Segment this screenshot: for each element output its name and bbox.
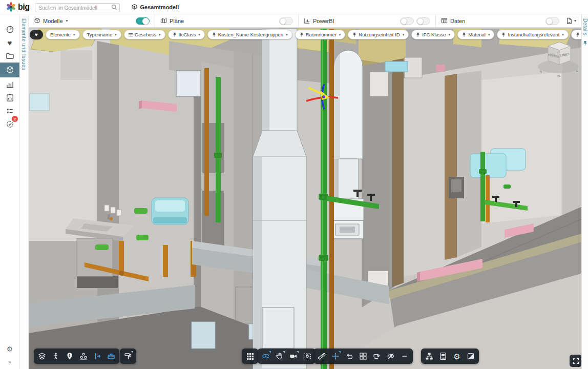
issue-pin-button[interactable] bbox=[63, 350, 76, 363]
walkthrough-button[interactable] bbox=[49, 350, 62, 363]
render-style-button[interactable] bbox=[464, 350, 477, 363]
grid-toolbar bbox=[242, 348, 258, 364]
filter-ifcclass[interactable]: IfcClass▾ bbox=[168, 30, 205, 39]
app-logo[interactable]: big bbox=[0, 2, 35, 12]
filter-kosten[interactable]: Kosten_Name Kostengruppen▾ bbox=[207, 30, 292, 39]
chevron-down-icon: ▾ bbox=[198, 33, 200, 37]
paint-roller-icon bbox=[124, 352, 132, 360]
folder-icon bbox=[6, 52, 14, 60]
powerbi-toggle-2[interactable] bbox=[416, 17, 430, 25]
left-sidebar: ♥ 2 ⚙ » bbox=[0, 14, 19, 369]
hide-button[interactable] bbox=[384, 350, 397, 363]
plaene-label[interactable]: Pläne bbox=[170, 18, 184, 24]
undo-button[interactable] bbox=[343, 350, 356, 363]
toolbox-button[interactable] bbox=[104, 350, 118, 363]
powerbi-toggle-1[interactable] bbox=[400, 17, 414, 25]
filter-favorite-button[interactable]: ♥ bbox=[30, 30, 43, 39]
camera-button[interactable] bbox=[287, 350, 300, 363]
layers-button[interactable] bbox=[35, 350, 49, 363]
bar-chart-icon bbox=[6, 80, 14, 89]
pan-hand-icon bbox=[276, 352, 284, 360]
global-search bbox=[35, 3, 120, 12]
chevron-down-icon: ▾ bbox=[159, 33, 161, 37]
filter-nutzungseinheit[interactable]: Nutzungseinheit ID▾ bbox=[348, 30, 409, 39]
filter-elemente[interactable]: Elemente▾ bbox=[46, 30, 80, 39]
filter-material[interactable]: Material▾ bbox=[457, 30, 494, 39]
model-viewport[interactable]: HINTEN LINKS N W S bbox=[0, 0, 588, 369]
camera-view-button[interactable] bbox=[370, 350, 384, 363]
filter-raumnummer[interactable]: Raumnummer▾ bbox=[295, 30, 346, 39]
chevron-down-icon: ▾ bbox=[115, 33, 117, 37]
properties-button[interactable] bbox=[436, 350, 450, 363]
snapshot-button[interactable] bbox=[301, 350, 314, 363]
section-plane-button[interactable] bbox=[91, 350, 104, 363]
transform-button[interactable] bbox=[329, 350, 342, 363]
quad-view-button[interactable] bbox=[356, 350, 370, 363]
sidebar-item-tasks[interactable] bbox=[0, 104, 19, 117]
filter-instandhaltung[interactable]: Instandhaltungsrelevant▾ bbox=[497, 30, 568, 39]
chart-frame-icon bbox=[304, 17, 310, 24]
checklist-icon bbox=[6, 107, 14, 115]
search-input[interactable] bbox=[35, 3, 120, 12]
tab-label: Gesamtmodell bbox=[140, 4, 179, 10]
chevron-down-icon: ▾ bbox=[286, 33, 288, 37]
gear-icon: ⚙ bbox=[453, 353, 460, 360]
snapshot-icon bbox=[303, 352, 311, 360]
sidebar-item-reports[interactable] bbox=[0, 91, 19, 104]
camera-icon bbox=[289, 352, 298, 360]
cube-icon bbox=[131, 4, 138, 10]
orbit-button[interactable] bbox=[259, 350, 272, 363]
tools-toolbar bbox=[313, 348, 413, 364]
pin-icon bbox=[300, 32, 304, 37]
section-daten: Daten ▾ bbox=[435, 14, 581, 27]
sidebar-item-dashboard[interactable] bbox=[0, 23, 19, 36]
pin-icon bbox=[173, 32, 177, 37]
modelle-dropdown[interactable]: Modelle bbox=[43, 18, 63, 24]
sidebar-item-favorites[interactable]: ♥ bbox=[0, 36, 19, 49]
powerbi-label[interactable]: PowerBI bbox=[313, 18, 334, 24]
paint-roller-button[interactable] bbox=[121, 350, 135, 363]
minimize-button[interactable] bbox=[398, 350, 411, 363]
sidebar-item-model-viewer[interactable] bbox=[0, 63, 19, 77]
pin-icon bbox=[352, 32, 356, 37]
export-button[interactable]: ▾ bbox=[566, 17, 576, 25]
chevron-down-icon: ▾ bbox=[488, 33, 490, 37]
modelle-toggle[interactable] bbox=[136, 17, 150, 25]
orbit-icon bbox=[262, 352, 270, 360]
undo-icon bbox=[345, 352, 353, 360]
filter-geschoss[interactable]: Geschoss▾ bbox=[124, 30, 165, 39]
hide-eye-icon bbox=[387, 352, 395, 360]
quad-view-icon bbox=[359, 352, 367, 360]
details-rail[interactable]: Details bbox=[581, 14, 588, 369]
heart-icon: ♥ bbox=[8, 39, 12, 47]
collapse-chevrons-icon[interactable]: » bbox=[8, 359, 11, 365]
filter-bar: ♥ Elemente▾ Typenname▾ Geschoss▾ IfcClas… bbox=[30, 30, 542, 39]
tab-gesamtmodell[interactable]: Gesamtmodell bbox=[128, 0, 182, 14]
cctv-icon bbox=[373, 352, 381, 360]
cube-icon bbox=[6, 66, 14, 74]
elements-issues-rail[interactable]: Elemente und Issues bbox=[19, 14, 29, 369]
plaene-toggle[interactable] bbox=[279, 17, 293, 25]
sidebar-item-projects[interactable] bbox=[0, 49, 19, 63]
sidebar-item-analytics[interactable] bbox=[0, 77, 19, 91]
daten-label[interactable]: Daten bbox=[450, 18, 465, 24]
rail-label: Elemente und Issues bbox=[21, 18, 27, 70]
grid-button[interactable] bbox=[243, 350, 257, 363]
rounded-duct bbox=[331, 50, 364, 239]
fullscreen-button[interactable] bbox=[570, 355, 582, 367]
pan-button[interactable] bbox=[273, 350, 286, 363]
settings-gear-icon[interactable]: ⚙ bbox=[7, 345, 13, 353]
filter-typenname[interactable]: Typenname▾ bbox=[82, 30, 121, 39]
pin-icon bbox=[501, 32, 506, 37]
gauge-icon bbox=[6, 25, 14, 34]
view-options-toolbar: ⚙ bbox=[421, 348, 479, 364]
collaboration-button[interactable] bbox=[77, 350, 90, 363]
section-icon bbox=[93, 352, 101, 360]
measure-button[interactable] bbox=[315, 350, 328, 363]
sidebar-item-integrations[interactable]: 2 bbox=[0, 117, 19, 131]
viewer-settings-button[interactable]: ⚙ bbox=[450, 350, 464, 363]
daten-toggle[interactable] bbox=[545, 17, 559, 25]
hierarchy-button[interactable] bbox=[423, 350, 436, 363]
filter-ifc-klasse[interactable]: IFC Klasse▾ bbox=[411, 30, 455, 39]
bim-viewer-app: HINTEN LINKS N W S big bbox=[0, 0, 588, 369]
